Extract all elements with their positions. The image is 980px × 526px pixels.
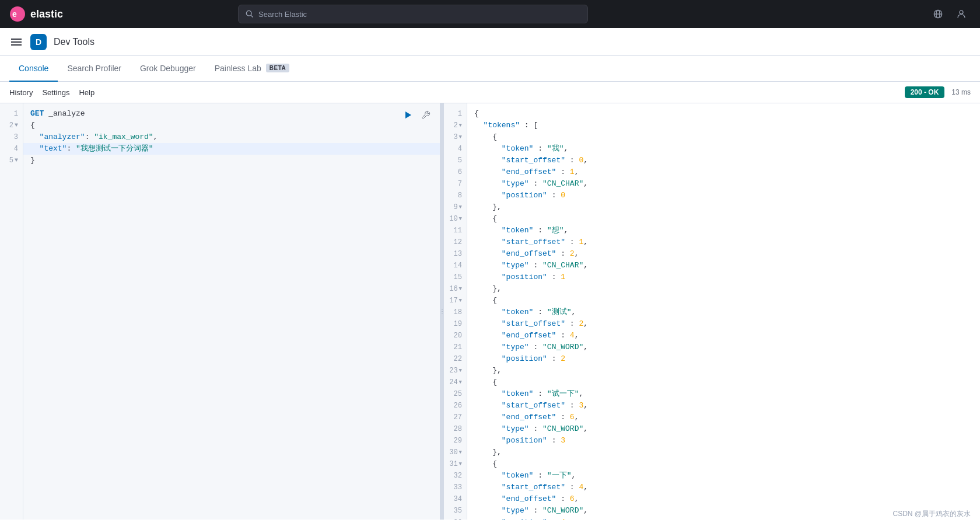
out-line-17: { bbox=[474, 295, 973, 306]
out-line-9: }, bbox=[474, 201, 973, 213]
top-nav: e elastic Search Elastic bbox=[0, 0, 980, 28]
out-num-8: 8 bbox=[444, 190, 467, 201]
line-num-5: 5▼ bbox=[0, 155, 23, 166]
out-line-15: "position" : 1 bbox=[474, 271, 973, 283]
code-line-5: } bbox=[30, 155, 435, 166]
main-content: 1 2▼ 3 4 5▼ GET _analyze { "analyzer": "… bbox=[0, 103, 980, 520]
editor-pane: 1 2▼ 3 4 5▼ GET _analyze { "analyzer": "… bbox=[0, 103, 440, 520]
out-line-30: }, bbox=[474, 447, 973, 458]
wrench-icon bbox=[421, 110, 430, 120]
out-num-23: 23▼ bbox=[444, 365, 467, 377]
out-line-4: "token" : "我", bbox=[474, 143, 973, 155]
out-line-34: "end_offset" : 6, bbox=[474, 493, 973, 505]
out-num-17: 17▼ bbox=[444, 295, 467, 306]
line-num-2: 2▼ bbox=[0, 120, 23, 131]
run-button[interactable] bbox=[401, 108, 415, 122]
tabs-bar: Console Search Profiler Grok Debugger Pa… bbox=[0, 56, 980, 82]
out-num-5: 5 bbox=[444, 155, 467, 166]
tab-painless-lab[interactable]: Painless Lab BETA bbox=[205, 56, 299, 82]
out-num-4: 4 bbox=[444, 143, 467, 155]
out-num-18: 18 bbox=[444, 306, 467, 318]
out-line-7: "type" : "CN_CHAR", bbox=[474, 178, 973, 190]
out-line-1: { bbox=[474, 108, 973, 120]
page-title: Dev Tools bbox=[54, 37, 94, 47]
hamburger-icon bbox=[11, 38, 22, 46]
line-num-3: 3 bbox=[0, 131, 23, 143]
wrench-button[interactable] bbox=[419, 108, 433, 122]
globe-icon-btn[interactable] bbox=[929, 5, 947, 23]
out-num-32: 32 bbox=[444, 470, 467, 482]
out-line-31: { bbox=[474, 458, 973, 470]
tab-console[interactable]: Console bbox=[9, 56, 58, 82]
out-num-24: 24▼ bbox=[444, 377, 467, 388]
out-num-1: 1 bbox=[444, 108, 467, 120]
out-line-32: "token" : "一下", bbox=[474, 470, 973, 482]
out-num-13: 13 bbox=[444, 248, 467, 260]
search-icon bbox=[246, 10, 254, 18]
out-num-6: 6 bbox=[444, 166, 467, 178]
elastic-logo[interactable]: e elastic bbox=[9, 6, 63, 22]
history-button[interactable]: History bbox=[9, 88, 33, 97]
global-search-bar[interactable]: Search Elastic bbox=[238, 5, 588, 23]
out-num-31: 31▼ bbox=[444, 458, 467, 470]
out-num-28: 28 bbox=[444, 423, 467, 435]
out-line-26: "start_offset" : 3, bbox=[474, 400, 973, 412]
out-num-10: 10▼ bbox=[444, 213, 467, 225]
out-num-11: 11 bbox=[444, 225, 467, 236]
out-line-29: "position" : 3 bbox=[474, 435, 973, 447]
out-num-2: 2▼ bbox=[444, 120, 467, 131]
code-area[interactable]: GET _analyze { "analyzer": "ik_max_word"… bbox=[23, 103, 440, 520]
search-bar-wrapper: Search Elastic bbox=[238, 5, 588, 23]
output-line-numbers: 1 2▼ 3▼ 4 5 6 7 8 9▼ 10▼ 11 12 13 14 15 … bbox=[444, 103, 467, 520]
out-num-16: 16▼ bbox=[444, 283, 467, 295]
svg-line-3 bbox=[251, 15, 253, 17]
out-line-22: "position" : 2 bbox=[474, 353, 973, 365]
tab-search-profiler[interactable]: Search Profiler bbox=[58, 56, 131, 82]
toolbar-right: 200 - OK 13 ms bbox=[905, 86, 971, 98]
out-num-34: 34 bbox=[444, 493, 467, 505]
elastic-logo-icon: e bbox=[9, 6, 26, 22]
out-line-10: { bbox=[474, 213, 973, 225]
beta-badge: BETA bbox=[266, 64, 289, 72]
out-line-11: "token" : "想", bbox=[474, 225, 973, 236]
out-line-33: "start_offset" : 4, bbox=[474, 482, 973, 493]
tab-painless-lab-label: Painless Lab bbox=[215, 64, 261, 73]
out-num-20: 20 bbox=[444, 330, 467, 342]
out-num-25: 25 bbox=[444, 388, 467, 400]
out-num-33: 33 bbox=[444, 482, 467, 493]
out-line-20: "end_offset" : 4, bbox=[474, 330, 973, 342]
out-line-21: "type" : "CN_WORD", bbox=[474, 342, 973, 353]
out-line-19: "start_offset" : 2, bbox=[474, 318, 973, 330]
out-line-25: "token" : "试一下", bbox=[474, 388, 973, 400]
out-num-12: 12 bbox=[444, 236, 467, 248]
code-line-1: GET _analyze bbox=[30, 108, 435, 120]
out-line-5: "start_offset" : 0, bbox=[474, 155, 973, 166]
out-line-14: "type" : "CN_CHAR", bbox=[474, 260, 973, 271]
out-line-6: "end_offset" : 1, bbox=[474, 166, 973, 178]
settings-button[interactable]: Settings bbox=[42, 88, 69, 97]
out-line-2: "tokens" : [ bbox=[474, 120, 973, 131]
output-code-area: { "tokens" : [ { "token" : "我", "start_o… bbox=[467, 103, 980, 520]
time-badge: 13 ms bbox=[951, 88, 971, 96]
out-num-19: 19 bbox=[444, 318, 467, 330]
hamburger-button[interactable] bbox=[9, 35, 23, 49]
tab-grok-debugger[interactable]: Grok Debugger bbox=[131, 56, 205, 82]
out-line-18: "token" : "测试", bbox=[474, 306, 973, 318]
tab-search-profiler-label: Search Profiler bbox=[67, 64, 121, 73]
out-num-15: 15 bbox=[444, 271, 467, 283]
out-line-24: { bbox=[474, 377, 973, 388]
watermark: CSDN @属于鸡衣的灰水 bbox=[892, 509, 971, 519]
out-num-22: 22 bbox=[444, 353, 467, 365]
help-button[interactable]: Help bbox=[79, 88, 94, 97]
user-icon bbox=[956, 9, 967, 19]
svg-point-7 bbox=[960, 11, 963, 14]
out-num-9: 9▼ bbox=[444, 201, 467, 213]
out-num-26: 26 bbox=[444, 400, 467, 412]
user-icon-btn[interactable] bbox=[952, 5, 971, 23]
out-num-3: 3▼ bbox=[444, 131, 467, 143]
out-line-3: { bbox=[474, 131, 973, 143]
out-line-23: }, bbox=[474, 365, 973, 377]
out-num-21: 21 bbox=[444, 342, 467, 353]
svg-text:e: e bbox=[12, 9, 17, 19]
out-num-14: 14 bbox=[444, 260, 467, 271]
